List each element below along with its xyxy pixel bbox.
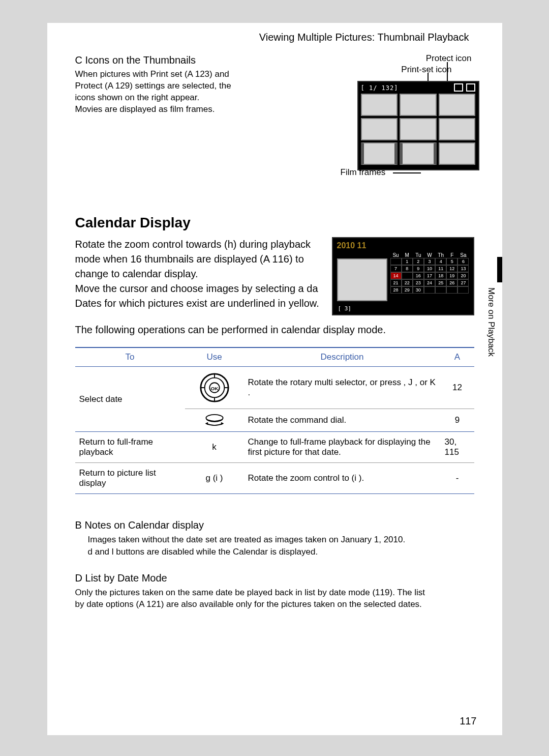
cell-to: Select date [75, 367, 185, 432]
thumbnail-cell [361, 94, 398, 116]
thumbnail-diagram: Protect icon Print-set icon [ 1/ 132] [337, 54, 479, 187]
cell-desc: Rotate the command dial. [244, 409, 441, 432]
note-d-heading: D List by Date Mode [75, 572, 474, 584]
svg-marker-10 [205, 422, 208, 425]
calendar-section: Rotate the zoom control towards (h) duri… [75, 237, 474, 315]
note-d-title: List by Date Mode [85, 572, 167, 584]
operations-intro: The following operations can be performe… [75, 323, 474, 337]
operations-table: To Use Description A Select date OK R [75, 347, 474, 494]
callout-line [447, 62, 448, 82]
cell-use: g (i ) [185, 463, 244, 494]
svg-text:OK: OK [210, 386, 218, 391]
body-line: icons shown on the right appear. [75, 93, 200, 102]
body-line: Movies are displayed as film frames. [75, 104, 215, 114]
thumbnail-cell [439, 142, 476, 165]
thumbnail-cell [361, 118, 398, 140]
thumbnail-cell [400, 94, 437, 116]
manual-page: Viewing Multiple Pictures: Thumbnail Pla… [47, 23, 502, 735]
note-d-lead: D [75, 572, 82, 584]
note-b-body: Images taken without the date set are tr… [88, 534, 474, 558]
cell-use: k [185, 432, 244, 463]
cell-ref: 12 [441, 367, 474, 409]
side-tab-marker [497, 257, 502, 282]
note-d-body: Only the pictures taken on the same date… [75, 587, 474, 611]
section-c-title: Icons on the Thumbnails [85, 54, 196, 66]
note-b-heading: B Notes on Calendar display [75, 519, 474, 531]
th-to: To [75, 347, 185, 367]
thumbnail-film-cell [400, 142, 437, 165]
thumbnail-film-cell [361, 142, 398, 165]
cell-desc: Change to full-frame playback for displa… [244, 432, 441, 463]
table-row: Return to picture list display g (i ) Ro… [75, 463, 474, 494]
section-c-lead: C [75, 54, 82, 66]
note-b-lead: B [75, 519, 82, 531]
page-header: Viewing Multiple Pictures: Thumbnail Pla… [75, 32, 474, 43]
section-c-body: When pictures with Print set (A 123) and… [75, 69, 337, 115]
cell-to: Return to picture list display [75, 463, 185, 494]
lcd-calendar-screen: 2010 11 SuMTuWThFSa 123456 78910111213 1… [332, 237, 474, 315]
command-dial-icon [203, 414, 226, 426]
note-b-title: Notes on Calendar display [84, 519, 204, 531]
note-line: by date options (A 121) are also availab… [75, 599, 422, 609]
callout-line [393, 172, 421, 173]
table-header-row: To Use Description A [75, 347, 474, 367]
thumbnail-cell [439, 118, 476, 140]
note-line: d and l buttons are disabled while the C… [88, 547, 318, 557]
svg-marker-11 [221, 422, 224, 425]
body-line: When pictures with Print set (A 123) and [75, 69, 229, 79]
film-frames-label: Film frames [341, 167, 386, 178]
cell-ref: 9 [441, 409, 474, 432]
lcd-thumbnail-screen: [ 1/ 132] [357, 81, 479, 170]
cell-use: OK [185, 367, 244, 409]
note-line: Only the pictures taken on the same date… [75, 588, 425, 597]
calendar-preview-thumb [337, 258, 387, 301]
table-row: Return to full-frame playback k Change t… [75, 432, 474, 463]
page-number: 117 [460, 715, 476, 727]
cell-ref: - [441, 463, 474, 494]
calendar-day-header: SuMTuWThFSa [390, 252, 469, 258]
rotary-selector-icon: OK [199, 372, 230, 403]
protect-icon-label: Protect icon [426, 53, 472, 64]
svg-point-9 [206, 415, 223, 421]
cell-ref: 30, 115 [441, 432, 474, 463]
note-line: Images taken without the date set are tr… [88, 535, 406, 544]
th-use: Use [185, 347, 244, 367]
calendar-display-heading: Calendar Display [75, 215, 474, 231]
section-icons-thumbnails: C Icons on the Thumbnails When pictures … [75, 54, 474, 187]
calendar-year-month: 2010 11 [337, 241, 469, 250]
calendar-body-text: Rotate the zoom control towards (h) duri… [75, 237, 327, 311]
th-ref: A [441, 347, 474, 367]
thumbnail-cell [439, 94, 476, 116]
protect-icon [454, 83, 463, 92]
body-line: Protect (A 129) settings are selected, t… [75, 81, 231, 91]
printset-icon [466, 83, 475, 92]
thumbnail-cell [400, 118, 437, 140]
cell-desc: Rotate the zoom control to (i ). [244, 463, 441, 494]
section-c-heading: C Icons on the Thumbnails [75, 54, 337, 66]
printset-icon-label: Print-set icon [401, 65, 451, 75]
th-desc: Description [244, 347, 441, 367]
cell-to: Return to full-frame playback [75, 432, 185, 463]
cell-desc: Rotate the rotary multi selector, or pre… [244, 367, 441, 409]
cell-use [185, 409, 244, 432]
side-tab-label: More on Playback [486, 287, 496, 357]
table-row: Select date OK Rotate the rotary multi s… [75, 367, 474, 409]
thumbnail-grid [361, 94, 476, 165]
calendar-count: [ 3] [338, 305, 352, 312]
calendar-grid: SuMTuWThFSa 123456 78910111213 141617181… [390, 252, 469, 301]
